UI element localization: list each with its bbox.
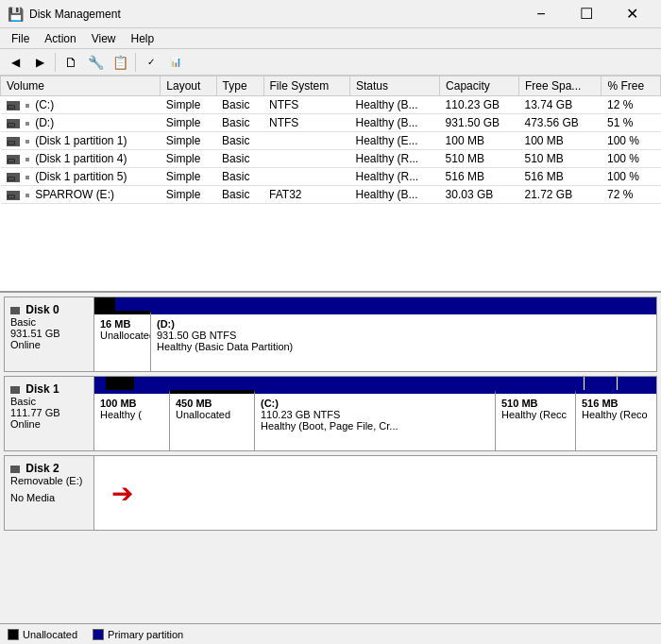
- table-row[interactable]: ▭ (D:) Simple Basic NTFS Healthy (B... 9…: [1, 114, 661, 132]
- cell-capacity-1: 931.50 GB: [440, 114, 519, 132]
- disk1-seg-p5-label: Healthy (Reco: [582, 409, 651, 420]
- disk1-size: 111.77 GB: [10, 407, 88, 418]
- cell-type-3: Basic: [216, 150, 263, 168]
- cell-status-0: Healthy (B...: [350, 96, 440, 114]
- cell-capacity-0: 110.23 GB: [440, 96, 519, 114]
- disk0-seg-d-label: (D:): [157, 318, 651, 330]
- cell-type-2: Basic: [216, 132, 263, 150]
- cell-layout-3: Simple: [161, 150, 216, 168]
- disk0-info: Disk 0 Basic 931.51 GB Online: [5, 297, 94, 371]
- cell-free-1: 473.56 GB: [518, 114, 601, 132]
- toolbar-forward[interactable]: ▶: [28, 51, 51, 74]
- disk1-seg-p4[interactable]: 510 MB Healthy (Recc: [496, 390, 576, 450]
- disk0-segments: 16 MB Unallocated (D:) 931.50 GB NTFS He…: [94, 311, 656, 371]
- disk1-bar-p1: [94, 377, 106, 390]
- cell-volume-3: ▭ (Disk 1 partition 4): [1, 150, 161, 168]
- disk1-segments: 100 MB Healthy ( 450 MB Unallocated (C:)…: [94, 390, 656, 450]
- close-button[interactable]: ✕: [610, 0, 653, 28]
- disk1-info: Disk 1 Basic 111.77 GB Online: [5, 377, 94, 450]
- menu-help[interactable]: Help: [124, 28, 162, 49]
- menu-view[interactable]: View: [84, 28, 124, 49]
- disk2-status: No Media: [10, 492, 88, 503]
- table-row[interactable]: ▭ (Disk 1 partition 4) Simple Basic Heal…: [1, 150, 661, 168]
- table-row[interactable]: ▭ SPARROW (E:) Simple Basic FAT32 Health…: [1, 186, 661, 204]
- disk0-type: Basic: [10, 316, 88, 328]
- disk1-seg-unalloc[interactable]: 450 MB Unallocated: [170, 390, 255, 450]
- disk0-partitions: 16 MB Unallocated (D:) 931.50 GB NTFS He…: [94, 297, 656, 371]
- cell-fs-4: [263, 168, 349, 186]
- maximize-button[interactable]: ☐: [565, 0, 608, 28]
- disk-area[interactable]: Disk 0 Basic 931.51 GB Online 16 MB Unal…: [0, 293, 661, 623]
- legend-primary: Primary partition: [93, 629, 183, 640]
- cell-capacity-4: 516 MB: [440, 168, 519, 186]
- toolbar-separator-2: [135, 53, 136, 72]
- cell-free-3: 510 MB: [518, 150, 601, 168]
- disk0-bar-unalloc: [94, 297, 115, 311]
- disk1-bar-p4: [584, 377, 618, 390]
- table-row[interactable]: ▭ (C:) Simple Basic NTFS Healthy (B... 1…: [1, 96, 661, 114]
- col-header-capacity[interactable]: Capacity: [440, 76, 519, 96]
- toolbar: ◀ ▶ 🗋 🔧 📋 ✓ 📊: [0, 49, 661, 76]
- col-header-freespace[interactable]: Free Spa...: [518, 76, 601, 96]
- disk0-status: Online: [10, 339, 88, 350]
- volume-table-area[interactable]: Volume Layout Type File System Status Ca…: [0, 76, 661, 293]
- disk0-seg-unalloc[interactable]: 16 MB Unallocated: [94, 311, 151, 371]
- disk0-seg-d[interactable]: (D:) 931.50 GB NTFS Healthy (Basic Data …: [151, 311, 656, 371]
- col-header-status[interactable]: Status: [350, 76, 440, 96]
- cell-fs-1: NTFS: [263, 114, 349, 132]
- legend-primary-label: Primary partition: [108, 629, 183, 640]
- disk0-bar-primary: [115, 297, 656, 311]
- toolbar-back[interactable]: ◀: [4, 51, 26, 74]
- disk1-seg-p1[interactable]: 100 MB Healthy (: [94, 390, 170, 450]
- cell-type-5: Basic: [216, 186, 263, 204]
- window-title: Disk Management: [29, 8, 519, 21]
- disk0-seg-d-status: Healthy (Basic Data Partition): [157, 341, 651, 352]
- cell-fs-2: [263, 132, 349, 150]
- cell-status-4: Healthy (R...: [350, 168, 440, 186]
- cell-fs-3: [263, 150, 349, 168]
- main-content: Volume Layout Type File System Status Ca…: [0, 76, 661, 644]
- disk2-row: Disk 2 Removable (E:) No Media ➔: [4, 455, 657, 531]
- cell-pct-5: 72 %: [602, 186, 661, 204]
- toolbar-btn2[interactable]: 🔧: [84, 51, 107, 74]
- legend-bar: Unallocated Primary partition: [0, 623, 661, 644]
- disk1-seg-unalloc-size: 450 MB: [176, 398, 248, 409]
- cell-free-5: 21.72 GB: [518, 186, 601, 204]
- menu-action[interactable]: Action: [37, 28, 83, 49]
- cell-fs-0: NTFS: [263, 96, 349, 114]
- menu-file[interactable]: File: [4, 28, 37, 49]
- col-header-type[interactable]: Type: [216, 76, 263, 96]
- disk1-bar-p5: [617, 377, 656, 390]
- disk2-name: Disk 2: [10, 462, 88, 475]
- cell-volume-2: ▭ (Disk 1 partition 1): [1, 132, 161, 150]
- disk0-seg-unalloc-size: 16 MB: [100, 318, 144, 330]
- cell-volume-4: ▭ (Disk 1 partition 5): [1, 168, 161, 186]
- legend-black-box: [8, 629, 19, 640]
- cell-capacity-5: 30.03 GB: [440, 186, 519, 204]
- disk1-name: Disk 1: [10, 382, 88, 396]
- toolbar-btn1[interactable]: 🗋: [59, 51, 82, 74]
- volume-table: Volume Layout Type File System Status Ca…: [0, 76, 661, 204]
- disk1-seg-p1-size: 100 MB: [100, 398, 163, 409]
- col-header-volume[interactable]: Volume: [1, 76, 161, 96]
- toolbar-btn4[interactable]: ✓: [140, 51, 162, 74]
- disk2-arrow-area: ➔: [94, 456, 143, 530]
- disk1-seg-p5[interactable]: 516 MB Healthy (Reco: [576, 390, 656, 450]
- disk1-type: Basic: [10, 396, 88, 407]
- cell-free-0: 13.74 GB: [518, 96, 601, 114]
- col-header-filesystem[interactable]: File System: [263, 76, 349, 96]
- cell-status-5: Healthy (B...: [350, 186, 440, 204]
- minimize-button[interactable]: −: [519, 0, 563, 28]
- table-row[interactable]: ▭ (Disk 1 partition 1) Simple Basic Heal…: [1, 132, 661, 150]
- cell-type-1: Basic: [216, 114, 263, 132]
- disk1-seg-c[interactable]: (C:) 110.23 GB NTFS Healthy (Boot, Page …: [255, 390, 496, 450]
- menu-bar: File Action View Help: [0, 28, 661, 49]
- cell-status-1: Healthy (B...: [350, 114, 440, 132]
- col-header-layout[interactable]: Layout: [161, 76, 216, 96]
- disk1-seg-p4-size: 510 MB: [501, 398, 569, 409]
- col-header-pctfree[interactable]: % Free: [602, 76, 661, 96]
- toolbar-btn3[interactable]: 📋: [109, 51, 131, 74]
- window-controls: − ☐ ✕: [519, 0, 653, 28]
- toolbar-btn5[interactable]: 📊: [164, 51, 187, 74]
- table-row[interactable]: ▭ (Disk 1 partition 5) Simple Basic Heal…: [1, 168, 661, 186]
